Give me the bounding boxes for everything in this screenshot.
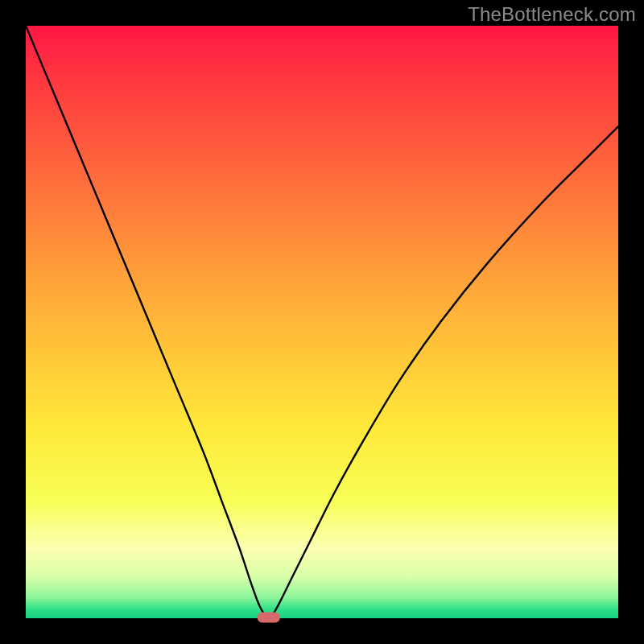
optimum-marker: [258, 613, 280, 623]
chart-frame: { "watermark": "TheBottleneck.com", "cha…: [0, 0, 644, 644]
plot-background: [26, 26, 618, 618]
bottleneck-chart: [0, 0, 644, 644]
watermark-text: TheBottleneck.com: [468, 3, 636, 26]
